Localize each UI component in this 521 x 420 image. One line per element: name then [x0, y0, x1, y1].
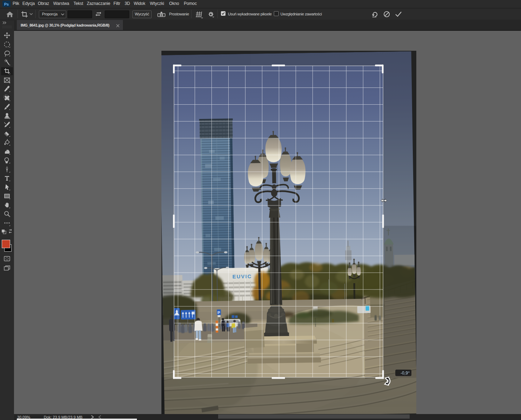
svg-text:Ps: Ps [4, 2, 9, 6]
svg-text:-0,9°: -0,9° [401, 371, 410, 376]
svg-text:P: P [217, 310, 220, 315]
svg-text:EUVIC: EUVIC [232, 273, 252, 280]
